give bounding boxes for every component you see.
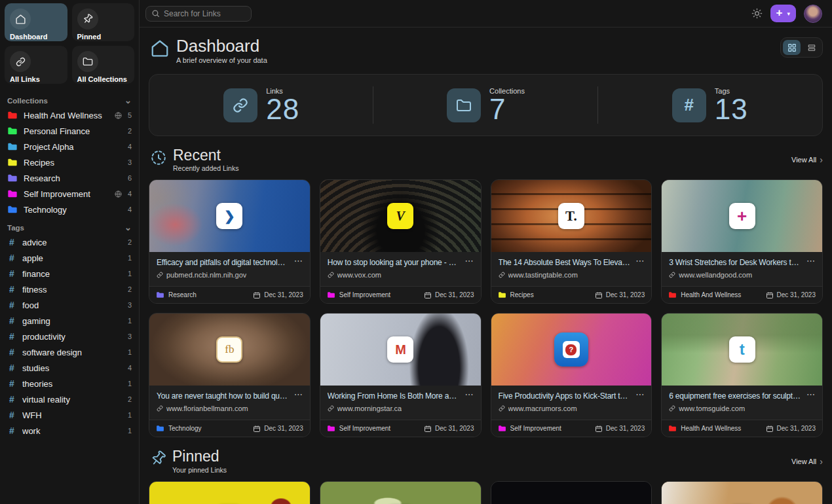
recent-view-all-link[interactable]: View All › [791, 154, 823, 165]
tag-name: food [22, 300, 122, 310]
sidebar-item-dashboard[interactable]: Dashboard [5, 3, 67, 41]
link-card[interactable]: ❯ Efficacy and pitfalls of digital techn… [149, 179, 311, 304]
link-card[interactable]: t 6 equipment free exercises for sculpti… [661, 313, 823, 437]
link-thumbnail: V [320, 180, 481, 252]
sidebar-item-label: Pinned [77, 33, 130, 41]
pinned-cards-grid [149, 481, 823, 504]
grid-view-button[interactable] [783, 40, 801, 55]
sidebar-collection-technology[interactable]: Technology 4 [5, 202, 134, 217]
sidebar-collection-research[interactable]: Research 6 [5, 170, 134, 186]
tag-name: gaming [22, 316, 122, 326]
sidebar-item-pinned[interactable]: Pinned [72, 3, 135, 41]
link-thumbnail [320, 482, 481, 504]
card-collection-name: Self Improvement [339, 291, 420, 298]
card-collection-name: Self Improvement [339, 425, 420, 432]
tag-name: finance [22, 269, 122, 279]
card-menu-button[interactable]: ⋯ [806, 258, 815, 264]
link-card[interactable] [661, 481, 823, 504]
sidebar-tag-work[interactable]: #work1 [5, 423, 134, 439]
sidebar-tag-wfh[interactable]: #WFH1 [5, 407, 134, 423]
link-card[interactable] [149, 481, 311, 504]
calendar-icon [424, 425, 432, 433]
sidebar-tag-food[interactable]: #food3 [5, 297, 134, 313]
tag-count: 2 [128, 285, 132, 293]
link-card[interactable]: V How to stop looking at your phone - Vo… [320, 179, 482, 304]
collection-name: Project Alpha [24, 142, 122, 152]
recent-title: Recent [173, 147, 238, 163]
sidebar-tag-virtual-reality[interactable]: #virtual reality2 [5, 391, 134, 407]
chevron-down-icon[interactable]: ⌄ [124, 225, 132, 230]
theme-toggle-sun-icon[interactable] [751, 8, 763, 19]
tag-count: 1 [128, 254, 132, 262]
link-card[interactable]: ? Five Productivity Apps to Kick-Start t… [491, 313, 652, 437]
sidebar-item-all-collections[interactable]: All Collections [72, 46, 135, 84]
sidebar-tag-advice[interactable]: #advice2 [5, 234, 134, 250]
card-menu-button[interactable]: ⋯ [806, 391, 815, 398]
sidebar-collection-project-alpha[interactable]: Project Alpha 4 [5, 139, 134, 154]
folder-icon [156, 291, 164, 299]
link-card[interactable]: + 3 Wrist Stretches for Desk Workers to … [661, 179, 823, 304]
stat-tags[interactable]: # Tags 13 [598, 75, 822, 135]
link-card[interactable]: M Working From Home Is Both More and L..… [320, 313, 482, 437]
sidebar-collection-personal-finance[interactable]: Personal Finance 2 [5, 123, 134, 139]
stat-collections[interactable]: Collections 7 [373, 75, 597, 135]
stats-panel: Links 28 Collections 7 # Tags 13 [149, 74, 823, 136]
sidebar-tag-studies[interactable]: #studies4 [5, 360, 134, 376]
search-icon [151, 9, 160, 18]
sidebar-tag-gaming[interactable]: #gaming1 [5, 313, 134, 329]
tag-name: WFH [22, 410, 122, 420]
hash-icon: # [672, 88, 706, 122]
card-date: Dec 31, 2023 [435, 425, 474, 432]
sidebar-item-all-links[interactable]: All Links [5, 46, 67, 84]
pubmed-logo: ❯ [216, 203, 242, 229]
card-menu-button[interactable]: ⋯ [635, 258, 644, 264]
card-menu-button[interactable]: ⋯ [465, 258, 474, 264]
card-menu-button[interactable]: ⋯ [294, 258, 303, 264]
link-card[interactable] [491, 481, 652, 504]
card-collection-name: Health And Wellness [681, 425, 761, 432]
link-url: www.vox.com [337, 271, 381, 279]
link-icon [499, 272, 505, 278]
macrumors-logo: ? [554, 333, 588, 367]
link-icon [669, 272, 675, 278]
collection-count: 4 [128, 206, 132, 213]
sidebar-tag-finance[interactable]: #finance1 [5, 266, 134, 281]
sidebar-tag-software-design[interactable]: #software design1 [5, 344, 134, 360]
hash-icon: # [7, 425, 16, 436]
stat-links[interactable]: Links 28 [149, 75, 373, 135]
card-menu-button[interactable]: ⋯ [635, 391, 644, 398]
sidebar-collection-health-and-wellness[interactable]: Health And Wellness 5 [5, 107, 134, 123]
collection-count: 4 [128, 190, 132, 198]
sidebar-collection-recipes[interactable]: Recipes 3 [5, 154, 134, 170]
sidebar-collection-self-improvement[interactable]: Self Improvement 4 [5, 186, 134, 202]
link-card[interactable]: T. The 14 Absolute Best Ways To Elevate … [491, 179, 652, 304]
sidebar-tag-theories[interactable]: #theories1 [5, 376, 134, 391]
card-menu-button[interactable]: ⋯ [465, 391, 474, 398]
folder-icon [668, 424, 677, 433]
search-box[interactable] [145, 6, 252, 22]
chevron-down-icon[interactable]: ⌄ [124, 98, 132, 103]
list-view-button[interactable] [803, 40, 820, 55]
avatar[interactable] [804, 5, 822, 23]
sidebar-tag-apple[interactable]: #apple1 [5, 250, 134, 266]
calendar-icon [766, 425, 774, 433]
link-card[interactable]: fb You are never taught how to build qua… [149, 313, 311, 437]
tag-count: 4 [128, 364, 132, 372]
tag-name: apple [22, 253, 122, 263]
pinned-view-all-link[interactable]: View All › [791, 456, 823, 467]
add-new-button[interactable]: + ▾ [770, 5, 796, 22]
card-menu-button[interactable]: ⋯ [294, 391, 303, 398]
tag-count: 3 [128, 301, 132, 309]
link-thumbnail [662, 482, 822, 504]
collection-count: 4 [128, 143, 132, 151]
link-thumbnail [149, 482, 310, 504]
tag-count: 1 [128, 348, 132, 356]
search-input[interactable] [164, 9, 246, 18]
link-url: www.macrumors.com [508, 405, 577, 412]
link-url: www.florianbellmann.com [166, 405, 248, 412]
sidebar-tag-productivity[interactable]: #productivity3 [5, 329, 134, 344]
sidebar-tag-fitness[interactable]: #fitness2 [5, 281, 134, 297]
link-icon [223, 88, 257, 122]
pinned-title: Pinned [172, 448, 227, 464]
link-card[interactable] [320, 481, 482, 504]
